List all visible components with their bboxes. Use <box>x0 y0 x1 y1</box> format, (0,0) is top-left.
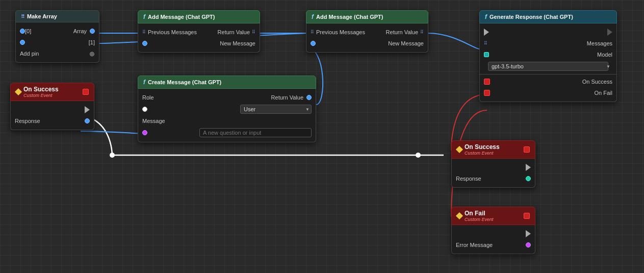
func-icon-1: f <box>143 13 145 20</box>
create-msg-role-select[interactable]: User <box>240 105 312 114</box>
on-success-left-response-label: Response <box>15 118 40 124</box>
create-message-node: f Create Message (Chat GPT) Role Return … <box>138 76 316 142</box>
add-msg1-prev-label: Previous Messages <box>148 29 197 35</box>
add-msg2-new-msg-label: New Message <box>388 40 424 46</box>
on-fail-title: On Fail <box>465 210 494 217</box>
on-success-right-response-pin[interactable] <box>526 176 531 181</box>
gen-exec-row <box>480 27 616 38</box>
create-msg-title: Create Message (Chat GPT) <box>148 79 221 85</box>
add-msg2-prev-label: Previous Messages <box>316 29 365 35</box>
gen-exec-in-pin[interactable] <box>484 29 489 36</box>
create-msg-input[interactable] <box>199 128 312 137</box>
on-fail-error-row: Error Message <box>452 239 535 251</box>
func-icon-2: f <box>312 13 314 20</box>
make-array-title: Make Array <box>27 13 57 19</box>
gen-on-success-label: On Success <box>582 79 612 85</box>
on-success-left-response-row: Response <box>11 115 94 127</box>
on-fail-subtitle: Custom Event <box>465 217 494 222</box>
svg-point-1 <box>416 153 421 158</box>
gen-exec-out-pin[interactable] <box>607 29 612 36</box>
create-msg-header: f Create Message (Chat GPT) <box>138 76 316 89</box>
on-success-left-exec-pin[interactable] <box>85 106 90 113</box>
gen-on-success-row: On Success <box>480 76 616 87</box>
on-success-right-exec-pin[interactable] <box>526 164 531 171</box>
on-fail-exec-pin[interactable] <box>526 230 531 237</box>
diamond-icon-left <box>15 88 22 95</box>
on-success-right-title: On Success <box>465 143 500 151</box>
make-array-header: ⠿ Make Array <box>15 10 99 22</box>
add-msg2-new-msg-pin[interactable] <box>311 41 316 46</box>
add-msg2-output-icon: ⠿ <box>420 30 424 35</box>
add-msg2-title: Add Message (Chat GPT) <box>316 14 383 20</box>
array-output-pin[interactable] <box>90 29 95 34</box>
create-msg-role-row: Role Return Value <box>138 92 316 103</box>
add-msg2-return-label: Return Value <box>386 29 418 35</box>
on-success-right-close[interactable] <box>524 146 530 153</box>
on-fail-exec-row <box>452 228 535 239</box>
on-success-left-response-pin[interactable] <box>85 118 90 123</box>
add-pin-icon[interactable]: ⊕ <box>89 50 95 58</box>
pin-1-label: [1] <box>89 39 95 45</box>
add-msg1-return-label: Return Value <box>218 29 250 35</box>
create-msg-return-label: Return Value <box>271 94 303 101</box>
pin-1[interactable] <box>20 40 25 45</box>
on-success-left-close[interactable] <box>83 89 89 95</box>
func-icon-create: f <box>143 79 145 86</box>
on-success-right-response-label: Response <box>456 176 481 182</box>
gen-model-select-wrapper[interactable]: gpt-3.5-turbo <box>484 62 612 71</box>
on-success-left-title: On Success <box>23 86 59 93</box>
gen-model-label: Model <box>597 52 612 58</box>
add-msg1-prev-row: ⠿ Previous Messages Return Value ⠿ <box>138 27 260 38</box>
add-msg2-new-msg-row: New Message <box>306 38 428 49</box>
create-msg-message-pin[interactable] <box>142 130 147 135</box>
pin-0-label: [0] <box>25 28 31 34</box>
add-msg2-body: ⠿ Previous Messages Return Value ⠿ New M… <box>306 23 428 53</box>
create-msg-return-pin[interactable] <box>306 95 312 100</box>
gen-messages-label: Messages <box>587 40 612 46</box>
on-success-left-body: Response <box>10 101 94 130</box>
on-fail-node: On Fail Custom Event Error Message <box>451 207 535 254</box>
add-msg1-new-msg-pin[interactable] <box>142 41 147 46</box>
add-pin-row: Add pin ⊕ <box>16 48 99 59</box>
gen-model-row: Model <box>480 49 616 60</box>
on-fail-body: Error Message <box>451 225 535 254</box>
on-success-right-node: On Success Custom Event Response <box>451 140 535 188</box>
make-array-node: ⠿ Make Array [0] Array [1] Add pin ⊕ <box>15 10 99 63</box>
svg-point-0 <box>110 153 115 158</box>
on-fail-error-pin[interactable] <box>526 242 531 247</box>
gen-on-fail-pin[interactable] <box>484 90 490 96</box>
add-msg1-output-icon: ⠿ <box>252 30 255 35</box>
create-msg-input-row <box>138 127 316 139</box>
add-message-1-node: f Add Message (Chat GPT) ⠿ Previous Mess… <box>138 10 260 53</box>
pin-0[interactable] <box>20 29 25 34</box>
add-msg1-body: ⠿ Previous Messages Return Value ⠿ New M… <box>138 23 260 53</box>
add-msg2-prev-row: ⠿ Previous Messages Return Value ⠿ <box>306 27 428 38</box>
add-msg2-header: f Add Message (Chat GPT) <box>306 10 428 23</box>
create-msg-role-pin[interactable] <box>142 107 147 112</box>
gen-model-select-row: gpt-3.5-turbo <box>480 60 616 72</box>
on-fail-close[interactable] <box>524 213 530 219</box>
add-msg1-input-icon: ⠿ <box>142 30 146 35</box>
func-icon-gen: f <box>485 13 487 20</box>
on-fail-header: On Fail Custom Event <box>451 207 535 225</box>
on-success-right-body: Response <box>451 159 535 188</box>
add-msg1-title: Add Message (Chat GPT) <box>148 14 215 20</box>
grid-icon: ⠿ <box>21 14 24 19</box>
create-msg-message-label: Message <box>142 118 170 124</box>
gen-response-body: ⠿ Messages Model gpt-3.5-turbo On Succes… <box>479 23 617 102</box>
on-success-right-response-row: Response <box>452 173 535 184</box>
gen-messages-row: ⠿ Messages <box>480 38 616 49</box>
gen-on-success-pin[interactable] <box>484 79 490 85</box>
gen-model-select[interactable]: gpt-3.5-turbo <box>488 62 608 71</box>
generate-response-node: f Generate Response (Chat GPT) ⠿ Message… <box>479 10 617 102</box>
create-msg-role-select-row: User <box>138 103 316 115</box>
gen-on-fail-label: On Fail <box>595 90 612 96</box>
diamond-icon-right <box>456 146 463 153</box>
add-msg1-new-msg-row: New Message <box>138 38 260 49</box>
gen-response-title: Generate Response (Chat GPT) <box>490 14 573 20</box>
create-msg-role-select-wrapper[interactable]: User <box>240 105 312 114</box>
create-msg-message-row: Message <box>138 115 316 127</box>
gen-model-pin[interactable] <box>484 52 489 57</box>
make-array-pin1-row: [1] <box>16 37 99 48</box>
make-array-pin0-row: [0] Array <box>16 26 99 37</box>
